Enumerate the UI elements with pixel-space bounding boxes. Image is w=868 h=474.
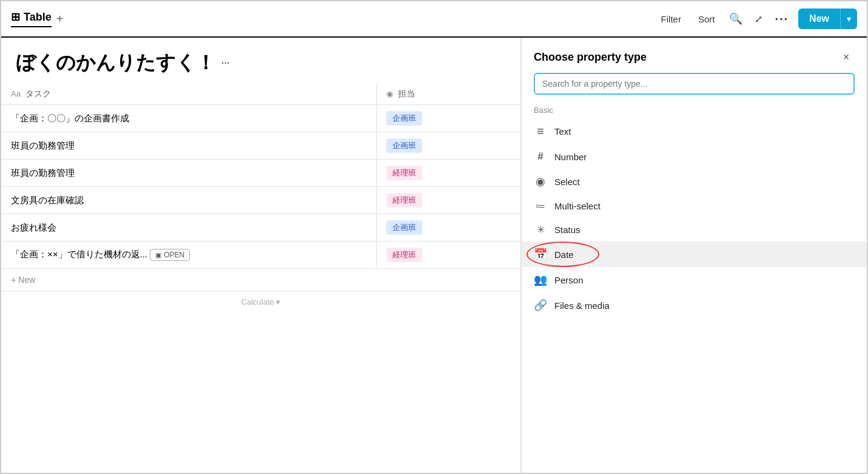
main-content: ぼくのかんりたすく！ ··· Aa タスク ◉ 担当 [1, 38, 867, 474]
task-cell: 「企画：〇〇」の企画書作成 [1, 105, 376, 132]
person-icon: 👥 [534, 273, 547, 286]
table-row[interactable]: 班員の勤務管理 経理班 [1, 160, 520, 187]
assign-cell: 企画班 [376, 105, 520, 132]
assign-type-icon: ◉ [386, 89, 393, 98]
new-main-button[interactable]: New [798, 8, 840, 29]
tag: 経理班 [386, 248, 422, 262]
property-panel: Choose property type × Basic ≡ Text # Nu… [521, 38, 867, 474]
tag: 企画班 [386, 111, 422, 126]
number-icon: # [534, 151, 547, 163]
top-bar: ⊞ Table + Filter Sort 🔍 ⤢ ··· New ▾ [1, 1, 867, 38]
property-label-number: Number [554, 152, 587, 162]
tag: 経理班 [386, 166, 422, 180]
section-basic-label: Basic [522, 102, 867, 118]
fullscreen-button[interactable]: ⤢ [752, 11, 765, 27]
close-panel-button[interactable]: × [838, 49, 855, 66]
filter-button[interactable]: Filter [656, 12, 686, 27]
table-icon: ⊞ [11, 10, 20, 24]
property-label-text: Text [554, 126, 571, 137]
property-item-select[interactable]: ◉ Select [522, 169, 867, 194]
add-view-button[interactable]: + [56, 12, 64, 26]
property-item-number[interactable]: # Number [522, 144, 867, 169]
tag: 企画班 [386, 220, 422, 235]
task-cell: 班員の勤務管理 [1, 160, 376, 187]
property-item-files-media[interactable]: 🔗 Files & media [522, 293, 867, 318]
multi-select-icon: ≔ [534, 200, 547, 212]
page-more-button[interactable]: ··· [221, 58, 229, 69]
tab-label: Table [24, 11, 52, 24]
add-new-row[interactable]: + New [1, 269, 520, 291]
table-row[interactable]: お疲れ様会 企画班 [1, 214, 520, 242]
page-title: ぼくのかんりたすく！ [16, 50, 215, 76]
property-item-date[interactable]: 📅 Date [522, 242, 867, 267]
assign-cell: 経理班 [376, 187, 520, 214]
property-item-status[interactable]: ✳ Status [522, 218, 867, 242]
panel-title: Choose property type [534, 51, 647, 64]
badge-label: OPEN [164, 251, 184, 259]
table-row[interactable]: 「企画：〇〇」の企画書作成 企画班 [1, 105, 520, 132]
task-cell: 班員の勤務管理 [1, 132, 376, 160]
assign-cell: 企画班 [376, 132, 520, 160]
property-list: Basic ≡ Text # Number ◉ Select ≔ Multi-s… [522, 102, 867, 474]
table-wrapper: Aa タスク ◉ 担当 「企画：〇〇」の企画書作成 企画班 [1, 84, 520, 474]
status-icon: ✳ [534, 224, 547, 235]
table-panel: ぼくのかんりたすく！ ··· Aa タスク ◉ 担当 [1, 38, 521, 474]
top-bar-left: ⊞ Table + [11, 10, 63, 27]
sort-button[interactable]: Sort [693, 12, 720, 27]
property-label-person: Person [554, 275, 584, 285]
files-media-icon: 🔗 [534, 299, 547, 312]
calculate-bar[interactable]: Calculate ▾ [1, 291, 520, 313]
property-item-text[interactable]: ≡ Text [522, 118, 867, 144]
task-cell: お疲れ様会 [1, 214, 376, 242]
date-icon: 📅 [534, 248, 547, 261]
assign-cell: 経理班 [376, 160, 520, 187]
property-item-person[interactable]: 👥 Person [522, 267, 867, 293]
panel-header: Choose property type × [522, 38, 867, 73]
column-header-task[interactable]: Aa タスク [1, 84, 376, 105]
task-cell: 「企画：××」で借りた機材の返... ▣ OPEN [1, 242, 376, 269]
column-header-assign[interactable]: ◉ 担当 [376, 84, 520, 105]
property-label-date: Date [554, 249, 574, 260]
table-row[interactable]: 「企画：××」で借りた機材の返... ▣ OPEN 経理班 [1, 242, 520, 269]
table-row[interactable]: 班員の勤務管理 企画班 [1, 132, 520, 160]
property-label-files-media: Files & media [554, 300, 610, 311]
assign-cell: 経理班 [376, 242, 520, 269]
select-icon: ◉ [534, 175, 547, 188]
property-item-multi-select[interactable]: ≔ Multi-select [522, 194, 867, 218]
tag: 経理班 [386, 193, 422, 208]
new-button-group: New ▾ [798, 8, 857, 29]
top-bar-right: Filter Sort 🔍 ⤢ ··· New ▾ [656, 8, 857, 29]
page-title-area: ぼくのかんりたすく！ ··· [1, 38, 520, 84]
tag: 企画班 [386, 138, 422, 153]
property-search-input[interactable] [534, 73, 855, 95]
text-icon: ≡ [534, 124, 547, 138]
column-assign-label: 担当 [398, 89, 415, 98]
new-dropdown-button[interactable]: ▾ [840, 8, 857, 29]
property-label-multi-select: Multi-select [554, 201, 601, 211]
open-badge: ▣ OPEN [150, 249, 190, 261]
search-button[interactable]: 🔍 [727, 10, 745, 28]
assign-cell: 企画班 [376, 214, 520, 242]
table-row[interactable]: 文房具の在庫確認 経理班 [1, 187, 520, 214]
table-tab[interactable]: ⊞ Table [11, 10, 52, 27]
more-options-button[interactable]: ··· [772, 10, 791, 29]
date-item-wrapper: 📅 Date [522, 242, 867, 267]
column-task-label: タスク [25, 89, 51, 98]
task-type-icon: Aa [11, 89, 21, 98]
task-cell: 文房具の在庫確認 [1, 187, 376, 214]
main-table: Aa タスク ◉ 担当 「企画：〇〇」の企画書作成 企画班 [1, 84, 520, 269]
property-label-status: Status [554, 225, 580, 235]
property-label-select: Select [554, 177, 580, 187]
